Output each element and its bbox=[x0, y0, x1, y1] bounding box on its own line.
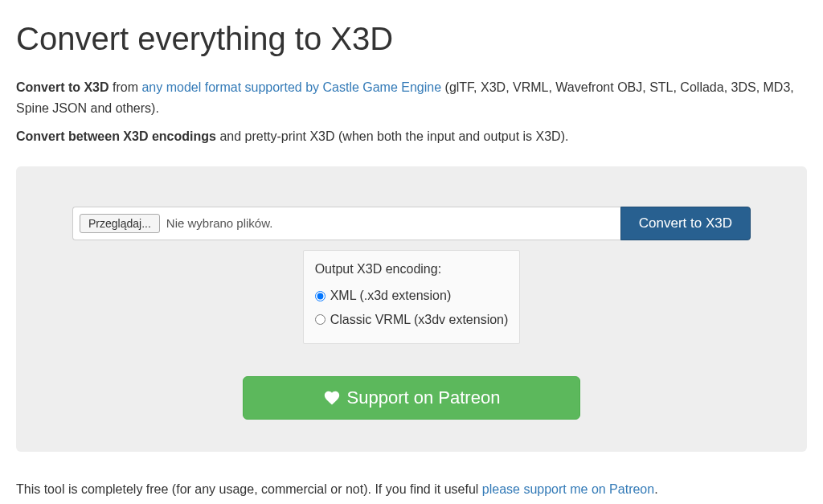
encoding-option-classic[interactable]: Classic VRML (x3dv extension) bbox=[315, 309, 509, 330]
intro1-strong: Convert to X3D bbox=[16, 80, 109, 94]
patreon-link[interactable]: please support me on Patreon bbox=[482, 482, 654, 496]
patreon-button[interactable]: Support on Patreon bbox=[243, 376, 580, 420]
page-title: Convert everything to X3D bbox=[16, 13, 807, 64]
encoding-radio-xml[interactable] bbox=[315, 291, 326, 301]
heart-icon bbox=[323, 389, 341, 407]
intro1-mid: from bbox=[109, 80, 142, 94]
intro-line-2: Convert between X3D encodings and pretty… bbox=[16, 126, 807, 147]
file-status-text: Nie wybrano plików. bbox=[166, 214, 273, 233]
patreon-label: Support on Patreon bbox=[347, 387, 501, 408]
encoding-radio-classic[interactable] bbox=[315, 314, 326, 325]
encoding-option-xml[interactable]: XML (.x3d extension) bbox=[315, 285, 509, 306]
encoding-classic-label: Classic VRML (x3dv extension) bbox=[330, 309, 509, 330]
encoding-legend: Output X3D encoding: bbox=[315, 259, 509, 280]
intro-line-1: Convert to X3D from any model format sup… bbox=[16, 77, 807, 118]
converter-panel: Przeglądaj... Nie wybrano plików. Conver… bbox=[16, 166, 807, 452]
encoding-options-box: Output X3D encoding: XML (.x3d extension… bbox=[303, 250, 521, 344]
intro2-strong: Convert between X3D encodings bbox=[16, 129, 216, 143]
file-input-area[interactable]: Przeglądaj... Nie wybrano plików. bbox=[72, 207, 620, 240]
browse-button[interactable]: Przeglądaj... bbox=[80, 214, 160, 233]
intro2-tail: and pretty-print X3D (when both the inpu… bbox=[216, 129, 568, 143]
free-suffix: . bbox=[654, 482, 657, 496]
convert-button[interactable]: Convert to X3D bbox=[620, 207, 751, 240]
free-prefix: This tool is completely free (for any us… bbox=[16, 482, 482, 496]
encoding-xml-label: XML (.x3d extension) bbox=[330, 285, 452, 306]
supported-formats-link[interactable]: any model format supported by Castle Gam… bbox=[141, 80, 441, 94]
free-note: This tool is completely free (for any us… bbox=[16, 479, 807, 500]
file-input-row: Przeglądaj... Nie wybrano plików. Conver… bbox=[72, 207, 751, 240]
